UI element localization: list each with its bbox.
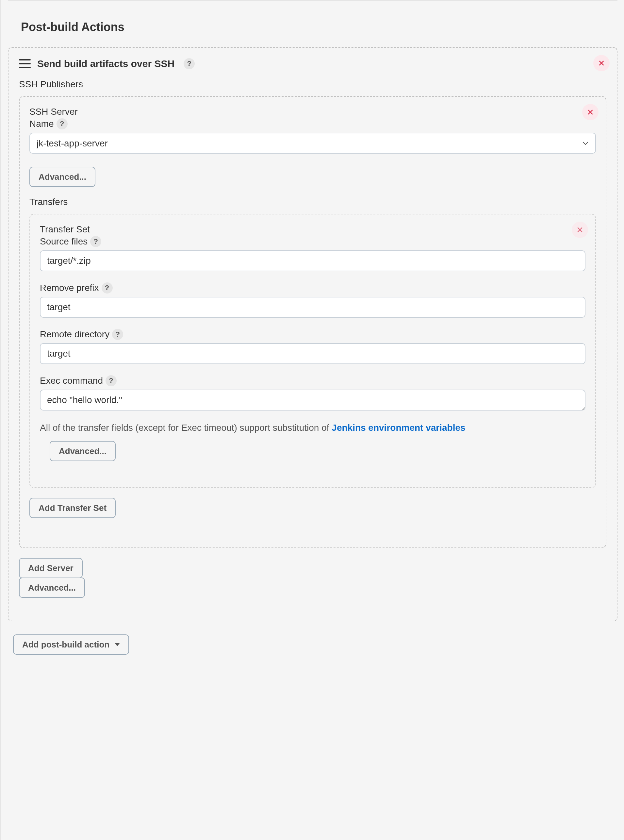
close-icon (577, 226, 583, 233)
section-title: Post-build Actions (21, 20, 618, 34)
post-build-action-panel: Send build artifacts over SSH ? SSH Publ… (8, 47, 618, 621)
jenkins-env-vars-link[interactable]: Jenkins environment variables (332, 422, 465, 433)
add-post-build-action-button[interactable]: Add post-build action (13, 634, 129, 655)
name-label: Name (29, 119, 54, 129)
action-title: Send build artifacts over SSH (37, 58, 175, 69)
transfer-advanced-wrap: Advanced... (49, 441, 585, 461)
ssh-publishers-label: SSH Publishers (19, 79, 606, 90)
exec-command-group: Exec command ? (40, 375, 585, 413)
help-icon[interactable]: ? (102, 282, 113, 294)
ssh-server-advanced-button[interactable]: Advanced... (29, 167, 96, 187)
source-files-label: Source files (40, 236, 88, 247)
top-divider (8, 0, 618, 1)
button-label: Advanced... (28, 583, 76, 593)
button-label: Advanced... (39, 172, 86, 182)
chevron-down-icon (115, 643, 120, 646)
remote-directory-input[interactable] (40, 343, 585, 364)
remove-prefix-group: Remove prefix ? (40, 282, 585, 318)
remove-prefix-label: Remove prefix (40, 283, 99, 293)
button-label: Add Transfer Set (39, 503, 107, 513)
help-icon[interactable]: ? (105, 375, 117, 386)
outer-buttons: Add post-build action (13, 634, 618, 655)
transfer-hint: All of the transfer fields (except for E… (40, 422, 585, 433)
source-files-group: Source files ? (40, 236, 585, 271)
button-label: Add post-build action (22, 640, 110, 650)
close-icon (598, 60, 605, 67)
exec-command-input[interactable] (40, 390, 585, 410)
remove-server-button[interactable] (582, 104, 599, 120)
help-icon[interactable]: ? (57, 118, 68, 130)
hint-text: All of the transfer fields (except for E… (40, 422, 332, 433)
help-icon[interactable]: ? (90, 236, 101, 247)
button-label: Advanced... (59, 446, 107, 456)
exec-command-label: Exec command (40, 376, 103, 386)
drag-handle-icon[interactable] (19, 59, 31, 68)
page-container: Post-build Actions Send build artifacts … (0, 0, 624, 840)
ssh-server-panel: SSH Server Name ? jk-test-app-server Adv… (19, 96, 606, 548)
name-label-row: Name ? (29, 118, 596, 130)
server-button-stack: Add Server Advanced... (19, 558, 606, 597)
close-icon (587, 109, 594, 115)
transfer-advanced-button[interactable]: Advanced... (49, 441, 116, 461)
help-icon[interactable]: ? (112, 329, 123, 340)
transfers-label: Transfers (29, 197, 596, 207)
add-server-button[interactable]: Add Server (19, 558, 83, 578)
transfer-set-heading: Transfer Set (40, 224, 585, 235)
remove-prefix-input[interactable] (40, 297, 585, 318)
remote-directory-group: Remote directory ? (40, 329, 585, 364)
panel-header: Send build artifacts over SSH ? (19, 58, 606, 69)
add-transfer-set-button[interactable]: Add Transfer Set (29, 498, 116, 518)
transfer-set-panel: Transfer Set Source files ? Remove prefi… (29, 214, 596, 488)
button-label: Add Server (28, 563, 74, 573)
source-files-input[interactable] (40, 251, 585, 271)
ssh-server-heading: SSH Server (29, 107, 596, 117)
remove-transfer-set-button[interactable] (572, 221, 588, 238)
ssh-server-name-select[interactable]: jk-test-app-server (29, 133, 596, 154)
help-icon[interactable]: ? (184, 58, 195, 69)
remove-action-button[interactable] (593, 55, 610, 71)
remote-directory-label: Remote directory (40, 329, 110, 340)
publishers-advanced-button[interactable]: Advanced... (19, 577, 85, 598)
